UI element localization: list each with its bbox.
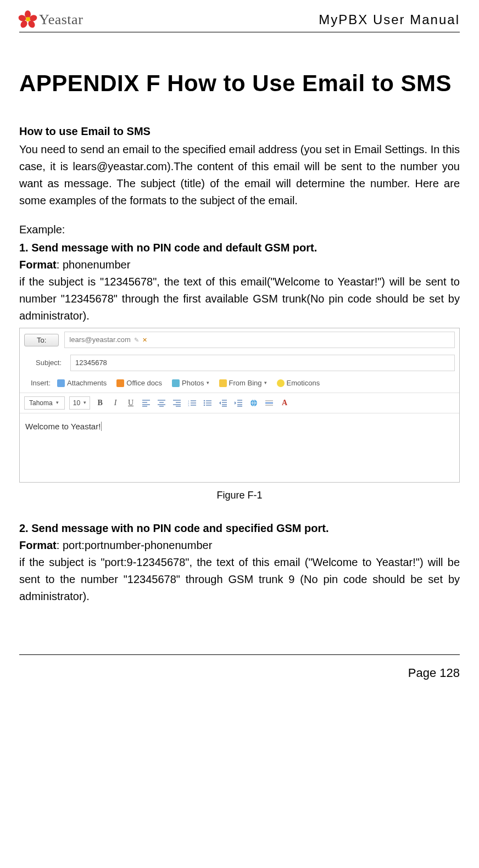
- svg-text:3: 3: [188, 404, 190, 407]
- intro-paragraph: You need to send an email to the specifi…: [19, 141, 460, 209]
- remove-icon: ✕: [142, 335, 147, 345]
- figure-caption: Figure F-1: [19, 488, 460, 503]
- section-heading: How to use Email to SMS: [19, 123, 460, 140]
- body-content: How to use Email to SMS You need to send…: [19, 123, 460, 605]
- insert-from-bing[interactable]: From Bing▾: [219, 378, 267, 389]
- emoticon-icon: [277, 379, 285, 387]
- insert-emoticons[interactable]: Emoticons: [277, 378, 320, 389]
- brand-logo: Yeastar: [19, 11, 83, 29]
- to-row: To: lears@yeastar.com ✎ ✕: [20, 328, 459, 351]
- insert-office-docs[interactable]: Office docs: [116, 378, 162, 389]
- example-label: Example:: [19, 221, 460, 238]
- link-icon[interactable]: [248, 397, 259, 408]
- subject-field[interactable]: 12345678: [70, 355, 455, 371]
- example2-desc: if the subject is "port:9-12345678", the…: [19, 554, 460, 605]
- bing-icon: [219, 379, 227, 387]
- flower-icon: [19, 11, 37, 29]
- to-value: lears@yeastar.com: [69, 334, 130, 345]
- align-left-icon[interactable]: [141, 397, 152, 408]
- font-size-select[interactable]: 10▾: [69, 396, 90, 410]
- insert-photos[interactable]: Photos▾: [172, 378, 209, 389]
- example1-format: Format: phonenumber: [19, 256, 460, 273]
- insert-label: Insert:: [24, 378, 52, 389]
- insert-items: Attachments Office docs Photos▾ From Bin…: [57, 378, 320, 389]
- outdent-icon[interactable]: [218, 397, 229, 408]
- edit-icon: ✎: [134, 335, 139, 345]
- attachment-icon: [57, 379, 65, 387]
- office-icon: [116, 379, 124, 387]
- to-field[interactable]: lears@yeastar.com ✎ ✕: [64, 332, 455, 348]
- bold-button[interactable]: B: [94, 397, 105, 408]
- example1-title: 1. Send message with no PIN code and def…: [19, 239, 460, 256]
- example1-desc: if the subject is "12345678", the text o…: [19, 273, 460, 324]
- indent-icon[interactable]: [233, 397, 244, 408]
- page-footer: Page 128: [19, 654, 460, 680]
- example2-title: 2. Send message with no PIN code and spe…: [19, 520, 460, 537]
- photos-icon: [172, 379, 180, 387]
- font-family-select[interactable]: Tahoma▾: [24, 396, 65, 410]
- example2-format: Format: port:portnumber-phonenumber: [19, 537, 460, 554]
- document-page: Yeastar MyPBX User Manual APPENDIX F How…: [0, 0, 479, 697]
- numbered-list-icon[interactable]: 123: [187, 397, 198, 408]
- format-label: Format: [19, 539, 57, 551]
- email-compose-screenshot: To: lears@yeastar.com ✎ ✕ Subject: 12345…: [19, 328, 460, 483]
- to-button[interactable]: To:: [24, 334, 59, 346]
- document-title: MyPBX User Manual: [319, 12, 460, 27]
- insert-attachments[interactable]: Attachments: [57, 378, 107, 389]
- italic-button[interactable]: I: [110, 397, 121, 408]
- format-label: Format: [19, 259, 57, 271]
- format-value: : phonenumber: [57, 259, 131, 271]
- svg-point-5: [204, 405, 205, 406]
- hr-icon[interactable]: [264, 397, 275, 408]
- align-center-icon[interactable]: [156, 397, 167, 408]
- align-right-icon[interactable]: [171, 397, 182, 408]
- svg-point-4: [204, 402, 205, 404]
- subject-label: Subject:: [24, 357, 65, 368]
- page-number: Page 128: [408, 666, 460, 680]
- bullet-list-icon[interactable]: [202, 397, 213, 408]
- compose-text: Welcome to Yeastar!: [25, 422, 102, 431]
- compose-area[interactable]: Welcome to Yeastar!: [20, 413, 459, 482]
- insert-row: Insert: Attachments Office docs Photos▾ …: [20, 374, 459, 392]
- page-header: Yeastar MyPBX User Manual: [19, 11, 460, 32]
- svg-point-3: [204, 400, 205, 402]
- format-toolbar: Tahoma▾ 10▾ B I U 123: [20, 393, 459, 414]
- brand-name: Yeastar: [39, 12, 83, 28]
- subject-row: Subject: 12345678: [20, 351, 459, 374]
- format-value: : port:portnumber-phonenumber: [57, 539, 213, 551]
- underline-button[interactable]: U: [125, 397, 136, 408]
- font-color-icon[interactable]: A: [279, 397, 290, 408]
- page-title: APPENDIX F How to Use Email to SMS: [19, 65, 460, 101]
